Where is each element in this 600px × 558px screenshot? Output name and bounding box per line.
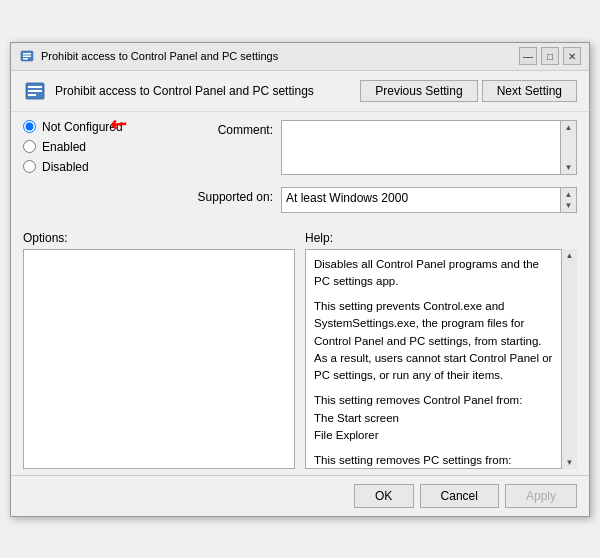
comment-textarea[interactable] <box>281 120 561 175</box>
radio-not-configured-label[interactable]: Not Configured <box>42 120 123 134</box>
options-panel: Options: <box>23 231 295 469</box>
right-panel: Comment: ▲ ▼ Supported on: At least Wind… <box>191 120 577 219</box>
help-scroll-up[interactable]: ▲ <box>566 251 574 260</box>
top-section: Not Configured ↙ Enabled Disabled Commen… <box>11 112 589 219</box>
radio-section: Not Configured ↙ Enabled Disabled <box>23 120 183 219</box>
title-bar-left: Prohibit access to Control Panel and PC … <box>19 48 278 64</box>
policy-header-icon <box>23 79 47 103</box>
help-para-4: This setting removes PC settings from:Th… <box>314 452 556 469</box>
supported-label: Supported on: <box>191 187 281 204</box>
help-box: Disables all Control Panel programs and … <box>305 249 577 469</box>
radio-disabled[interactable]: Disabled <box>23 160 183 174</box>
help-panel: Help: Disables all Control Panel program… <box>305 231 577 469</box>
scroll-down-arrow[interactable]: ▼ <box>565 163 573 172</box>
policy-dialog: Prohibit access to Control Panel and PC … <box>10 42 590 517</box>
svg-rect-7 <box>28 94 36 96</box>
dialog-policy-title: Prohibit access to Control Panel and PC … <box>55 84 314 98</box>
help-para-1: Disables all Control Panel programs and … <box>314 256 556 291</box>
options-help-section: Options: Help: Disables all Control Pane… <box>11 225 589 475</box>
help-scrollbar[interactable]: ▲ ▼ <box>561 249 577 469</box>
bottom-bar: OK Cancel Apply <box>11 475 589 516</box>
ok-button[interactable]: OK <box>354 484 414 508</box>
help-scroll-down[interactable]: ▼ <box>566 458 574 467</box>
svg-rect-5 <box>28 86 42 88</box>
supported-scroll-up[interactable]: ▲ <box>565 190 573 199</box>
policy-icon <box>19 48 35 64</box>
svg-rect-6 <box>28 90 42 92</box>
prev-setting-button[interactable]: Previous Setting <box>360 80 477 102</box>
radio-enabled[interactable]: Enabled <box>23 140 183 154</box>
title-bar-text: Prohibit access to Control Panel and PC … <box>41 50 278 62</box>
options-title: Options: <box>23 231 295 245</box>
supported-value-wrapper: At least Windows 2000 ▲ ▼ <box>281 187 577 213</box>
dialog-header: Prohibit access to Control Panel and PC … <box>11 71 589 112</box>
comment-input-wrapper: ▲ ▼ <box>281 120 577 175</box>
title-bar: Prohibit access to Control Panel and PC … <box>11 43 589 71</box>
radio-not-configured-input[interactable] <box>23 120 36 133</box>
help-para-3: This setting removes Control Panel from:… <box>314 392 556 444</box>
help-text: Disables all Control Panel programs and … <box>314 256 556 469</box>
supported-scroll-down[interactable]: ▼ <box>565 201 573 210</box>
supported-value-text: At least Windows 2000 <box>281 187 561 213</box>
next-setting-button[interactable]: Next Setting <box>482 80 577 102</box>
supported-scrollbar[interactable]: ▲ ▼ <box>561 187 577 213</box>
help-box-wrapper: Disables all Control Panel programs and … <box>305 249 577 469</box>
cancel-button[interactable]: Cancel <box>420 484 499 508</box>
svg-rect-3 <box>23 58 28 60</box>
help-para-2: This setting prevents Control.exe and Sy… <box>314 298 556 384</box>
close-button[interactable]: ✕ <box>563 47 581 65</box>
supported-row: Supported on: At least Windows 2000 ▲ ▼ <box>191 187 577 213</box>
apply-button[interactable]: Apply <box>505 484 577 508</box>
minimize-button[interactable]: — <box>519 47 537 65</box>
comment-label: Comment: <box>191 120 281 137</box>
dialog-title-section: Prohibit access to Control Panel and PC … <box>23 79 314 103</box>
options-box <box>23 249 295 469</box>
radio-enabled-label[interactable]: Enabled <box>42 140 86 154</box>
nav-buttons: Previous Setting Next Setting <box>360 80 577 102</box>
help-title: Help: <box>305 231 577 245</box>
scroll-up-arrow[interactable]: ▲ <box>565 123 573 132</box>
svg-rect-1 <box>23 53 31 55</box>
radio-disabled-input[interactable] <box>23 160 36 173</box>
comment-row: Comment: ▲ ▼ <box>191 120 577 175</box>
comment-scrollbar[interactable]: ▲ ▼ <box>561 120 577 175</box>
title-bar-controls: — □ ✕ <box>519 47 581 65</box>
radio-enabled-input[interactable] <box>23 140 36 153</box>
radio-not-configured[interactable]: Not Configured <box>23 120 183 134</box>
svg-rect-2 <box>23 56 31 58</box>
radio-disabled-label[interactable]: Disabled <box>42 160 89 174</box>
maximize-button[interactable]: □ <box>541 47 559 65</box>
